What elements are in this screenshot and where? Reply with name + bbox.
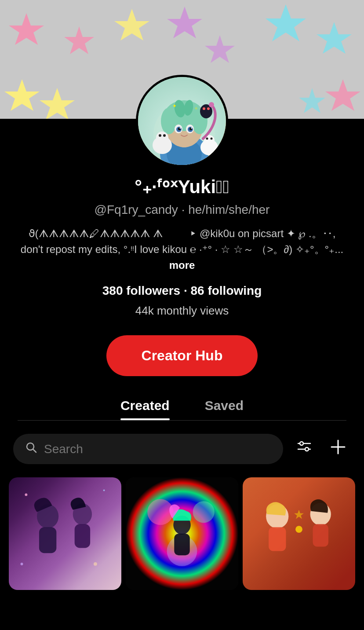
stats-text: 380 followers · 86 following: [18, 284, 346, 298]
svg-rect-55: [39, 527, 56, 553]
search-icon: [25, 442, 37, 456]
svg-point-30: [191, 128, 193, 129]
bio-text: ϑ(ᗑᗑᗑᗑᗑ🖊ᗑᗑᗑᗑᗑ ᗑ ▸ @kik0u on picsart ✦ ℘ …: [18, 226, 346, 273]
svg-point-64: [193, 501, 215, 523]
svg-rect-70: [269, 527, 286, 551]
svg-point-38: [211, 138, 213, 140]
svg-point-50: [305, 447, 309, 451]
search-bar[interactable]: [13, 434, 283, 464]
svg-point-61: [21, 563, 23, 565]
avatar-container: ✦ ✧: [0, 75, 364, 167]
tabs-row: Created Saved: [18, 398, 346, 421]
svg-point-48: [300, 442, 303, 445]
tab-saved[interactable]: Saved: [205, 398, 244, 420]
content-grid: [0, 477, 364, 590]
svg-rect-67: [174, 534, 189, 555]
svg-point-32: [156, 132, 168, 144]
svg-line-46: [33, 449, 36, 452]
monthly-views: 44k monthly views: [18, 304, 346, 318]
svg-rect-57: [75, 524, 90, 548]
username: °₊·ᶠᵒˣYuki☆᳕: [18, 176, 346, 198]
grid-item[interactable]: [126, 477, 238, 590]
svg-point-73: [295, 526, 302, 533]
svg-point-40: [203, 107, 205, 110]
svg-text:✧: ✧: [194, 106, 198, 111]
svg-point-33: [159, 134, 161, 137]
search-input[interactable]: [44, 442, 271, 456]
svg-point-29: [180, 128, 181, 129]
user-handle: @Fq1ry_candy · he/him/she/her: [18, 203, 346, 217]
svg-point-41: [207, 107, 210, 110]
svg-point-58: [25, 493, 27, 496]
add-button[interactable]: [325, 434, 351, 464]
svg-point-59: [103, 490, 105, 491]
svg-point-37: [206, 138, 208, 140]
avatar[interactable]: ✦ ✧: [136, 75, 228, 167]
creator-hub-button[interactable]: Creator Hub: [106, 335, 258, 376]
svg-point-44: [209, 102, 214, 107]
svg-point-63: [147, 499, 173, 525]
tab-created[interactable]: Created: [120, 398, 170, 420]
svg-rect-72: [313, 524, 328, 546]
svg-point-19: [161, 108, 177, 134]
svg-point-60: [94, 562, 97, 566]
svg-point-34: [163, 134, 166, 137]
search-row: [0, 434, 364, 464]
grid-item[interactable]: [243, 477, 355, 590]
grid-item[interactable]: [9, 477, 121, 590]
svg-rect-68: [243, 477, 355, 590]
filter-icon[interactable]: [292, 435, 317, 463]
bio-more-link[interactable]: more: [169, 259, 195, 271]
profile-section: °₊·ᶠᵒˣYuki☆᳕ @Fq1ry_candy · he/him/she/h…: [0, 167, 364, 421]
svg-text:✦: ✦: [172, 103, 177, 109]
